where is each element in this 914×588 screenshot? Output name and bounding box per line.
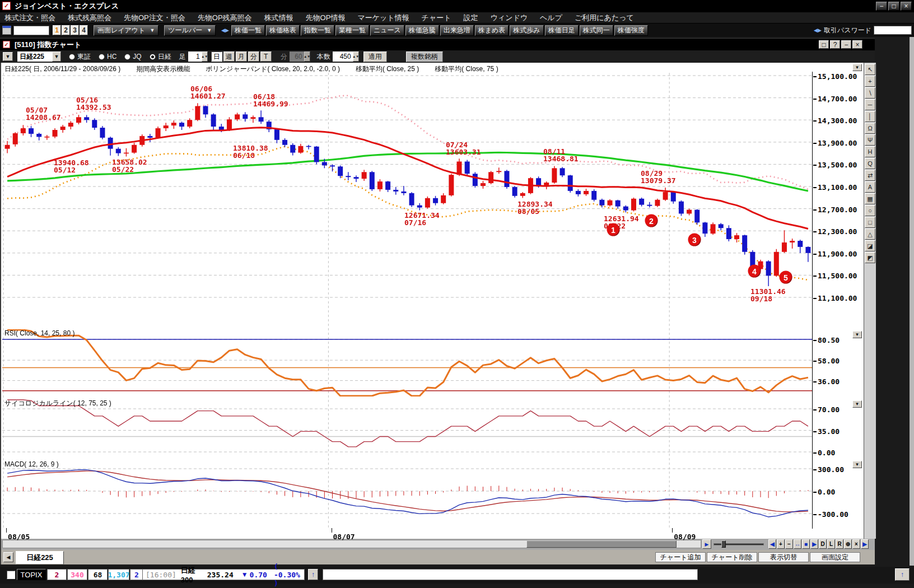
quick-button-7[interactable]: 株まめ表 (475, 25, 509, 36)
l-button[interactable]: L (827, 539, 835, 549)
panel-dropdown-icon[interactable]: ▼ (852, 64, 862, 71)
ashi-stepper[interactable]: 1 ▲▼ (188, 52, 208, 62)
bars-stepper[interactable]: 450 ▲▼ (333, 52, 359, 62)
menu-item-5[interactable]: 先物OP情報 (306, 13, 346, 23)
grid-icon[interactable]: ▦ (865, 193, 875, 204)
quick-button-10[interactable]: 株式同一 (580, 25, 613, 36)
zoom-out-icon[interactable]: − (785, 539, 793, 549)
quick-button-6[interactable]: 出来急増 (440, 25, 474, 36)
panel-dropdown-icon[interactable]: ▼ (852, 400, 862, 408)
restore-icon[interactable]: □ (819, 40, 829, 49)
rect-icon[interactable]: □ (865, 217, 875, 228)
quick-button-2[interactable]: 指数一覧 (301, 25, 334, 36)
panel-dropdown-icon[interactable]: ▼ (852, 461, 862, 468)
radio-market-東証[interactable]: 東証 (69, 52, 91, 62)
quick-button-11[interactable]: 株価強度 (614, 25, 648, 36)
period-button-月[interactable]: 月 (236, 52, 247, 62)
splitter-icon[interactable]: ◀▶ (221, 27, 229, 33)
chart-action-button-3[interactable]: 画面設定 (810, 552, 860, 562)
menu-item-4[interactable]: 株式情報 (264, 13, 293, 23)
help-icon[interactable]: ? (830, 40, 840, 49)
splitter-icon[interactable]: ◀▶ (814, 27, 822, 33)
topix-button[interactable]: TOPIX (17, 569, 46, 580)
step-left-icon[interactable]: ◀ (768, 539, 776, 549)
minimize-icon[interactable]: − (841, 40, 851, 49)
eraser-all-icon[interactable]: ◩ (865, 252, 875, 263)
tab-nikkei225[interactable]: 日経225 (16, 551, 64, 564)
menu-item-10[interactable]: ヘルプ (540, 13, 562, 23)
quick-button-1[interactable]: 株価格表 (266, 25, 300, 36)
play-icon[interactable]: ▶ (810, 539, 818, 549)
cursor-icon[interactable]: ↖ (865, 64, 875, 75)
h-scrollbar-thumb[interactable] (526, 540, 677, 548)
text-icon[interactable]: A (865, 181, 875, 193)
period-button-週[interactable]: 週 (223, 52, 235, 62)
layout-button-4[interactable]: 4 (80, 25, 88, 35)
quick-button-9[interactable]: 株価日足 (545, 25, 579, 36)
layout-name-box[interactable] (13, 26, 49, 35)
chart-action-button-0[interactable]: チャート追加 (655, 552, 706, 562)
close-button[interactable]: × (901, 2, 912, 11)
magnify-icon[interactable]: ⊕ (844, 539, 852, 549)
quick-button-8[interactable]: 株式歩み (510, 25, 543, 36)
tab-scroll-left-icon[interactable]: ◀ (3, 552, 13, 562)
menu-item-1[interactable]: 株式残高照会 (68, 13, 111, 23)
mdi-scrollbar[interactable] (910, 37, 914, 566)
menu-item-9[interactable]: ウィンドウ (491, 13, 528, 23)
apply-button[interactable]: 適用 (363, 52, 387, 62)
period-button-分[interactable]: 分 (248, 52, 259, 62)
crosshair-icon[interactable]: + (865, 76, 875, 87)
quick-button-0[interactable]: 株価一覧 (231, 25, 265, 36)
minimize-button[interactable]: − (876, 2, 887, 11)
radio-market-JQ[interactable]: JQ (124, 53, 141, 60)
cycle-icon[interactable]: ⇄ (865, 170, 875, 181)
hline-icon[interactable]: ─ (865, 99, 875, 110)
price-chart-canvas[interactable] (2, 72, 813, 529)
triangle-icon[interactable]: △ (865, 228, 875, 240)
fork-icon[interactable]: Ψ (865, 134, 875, 146)
menu-item-8[interactable]: 設定 (464, 13, 478, 23)
close-icon[interactable]: × (852, 40, 862, 49)
stop-icon[interactable]: ■ (802, 539, 810, 549)
password-input[interactable] (874, 26, 912, 35)
menu-item-2[interactable]: 先物OP注文・照会 (124, 13, 185, 23)
maximize-button[interactable]: □ (888, 2, 899, 11)
vline-icon[interactable]: │ (865, 111, 875, 122)
layout-button-3[interactable]: 3 (71, 25, 79, 35)
fit-icon[interactable]: ↔ (794, 539, 801, 549)
menu-item-6[interactable]: マーケット情報 (357, 13, 409, 23)
highlow-icon[interactable]: H (865, 146, 875, 157)
quick-button-4[interactable]: ニュース (370, 25, 404, 36)
period-button-T[interactable]: T (260, 52, 272, 62)
scroll-up-icon[interactable]: ↑ (308, 569, 318, 580)
layout-button-1[interactable]: 1 (53, 25, 61, 35)
symbol-select[interactable]: 日経225 ▼ (17, 52, 61, 62)
chart-menu-icon[interactable]: ▼ (3, 52, 13, 61)
zoom-in-icon[interactable]: + (777, 539, 785, 549)
chart-action-button-1[interactable]: チャート削除 (707, 552, 757, 562)
eraser-icon[interactable]: ◪ (865, 240, 875, 251)
layout-button-2[interactable]: 2 (62, 25, 70, 35)
layout-icon[interactable] (2, 26, 11, 35)
quick-button-3[interactable]: 業種一覧 (335, 25, 369, 36)
ellipse-icon[interactable]: ○ (865, 205, 875, 216)
chart-action-button-2[interactable]: 表示切替 (758, 552, 809, 562)
chevron-down-icon[interactable]: ▼ (52, 52, 61, 62)
step-right-icon[interactable]: ▶ (861, 539, 869, 549)
quote-icon[interactable]: Q (865, 158, 875, 169)
multi-symbol-button[interactable]: 複数銘柄 (406, 52, 443, 62)
radio-market-日経[interactable]: 日経 (150, 52, 171, 62)
panel-up-icon[interactable]: ↑ (895, 568, 910, 581)
scroll-right-icon[interactable]: ▶ (702, 539, 711, 549)
menu-item-3[interactable]: 先物OP残高照会 (198, 13, 252, 23)
toolbar-dropdown-button[interactable]: ツールバー▼ (164, 25, 216, 36)
screen-layout-button[interactable]: 画面レイアウト▼ (94, 25, 158, 36)
period-button-日[interactable]: 日 (211, 52, 222, 62)
status-checkbox[interactable] (7, 571, 15, 579)
d-button[interactable]: D (819, 539, 827, 549)
quick-button-5[interactable]: 株価急騰 (405, 25, 439, 36)
menu-item-11[interactable]: ご利用にあたって (575, 13, 634, 23)
menu-item-7[interactable]: チャート (422, 13, 451, 23)
close-icon[interactable]: × (852, 539, 860, 549)
radio-market-HC[interactable]: HC (99, 53, 116, 60)
